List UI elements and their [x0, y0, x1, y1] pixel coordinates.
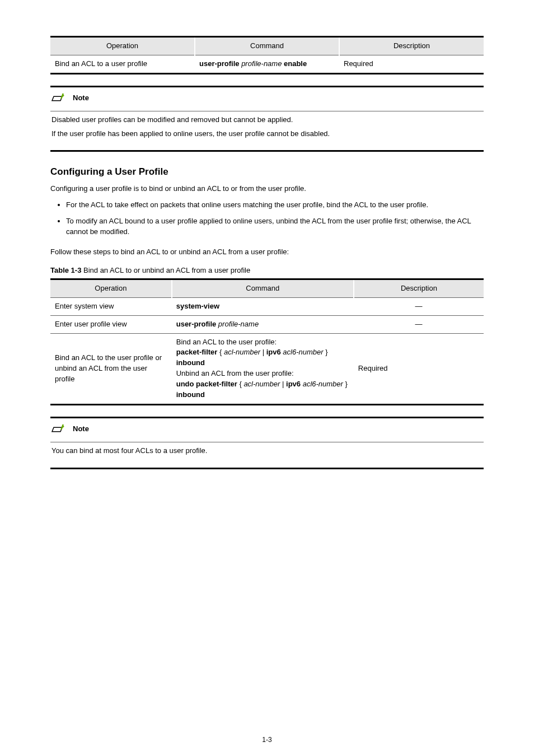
cell-command: Bind an ACL to the user profile:packet-f… — [172, 333, 354, 404]
cell-description: Required — [339, 55, 484, 73]
cell-command: user-profile profile-name enable — [195, 55, 339, 73]
note-label: Note — [73, 424, 89, 435]
cell-operation: Bind an ACL to the user profile or unbin… — [50, 333, 172, 404]
col-command: Command — [195, 37, 339, 55]
note-label: Note — [73, 93, 89, 104]
list-item: For the ACL to take effect on packets th… — [66, 200, 484, 211]
note-block: Note You can bind at most four ACLs to a… — [50, 417, 484, 469]
section-title: Configuring a User Profile — [50, 165, 484, 179]
note-header: Note — [50, 423, 484, 436]
table-bind-unbind-acl: Operation Command Description Enter syst… — [50, 278, 484, 405]
cell-command: system-view — [172, 297, 354, 315]
divider — [50, 111, 484, 111]
note-body: Disabled user profiles can be modified a… — [50, 115, 484, 139]
note-icon — [50, 423, 67, 436]
col-description: Description — [339, 37, 484, 55]
table-row: Enter system view system-view — — [50, 297, 484, 315]
col-description: Description — [354, 279, 484, 298]
cell-description: — — [354, 297, 484, 315]
table-enable-user-profile: Operation Command Description Bind an AC… — [50, 36, 484, 74]
cell-operation: Bind an ACL to a user profile — [50, 55, 195, 73]
cell-command: user-profile profile-name — [172, 315, 354, 333]
col-operation: Operation — [50, 279, 172, 298]
note-body: You can bind at most four ACLs to a user… — [50, 446, 484, 456]
note-line: Disabled user profiles can be modified a… — [51, 115, 484, 125]
col-operation: Operation — [50, 37, 195, 55]
note-block: Note Disabled user profiles can be modif… — [50, 86, 484, 152]
page-number: 1-3 — [0, 735, 534, 745]
table-header-row: Operation Command Description — [50, 37, 484, 55]
document-page: Operation Command Description Bind an AC… — [0, 0, 534, 756]
divider — [50, 442, 484, 442]
list-item: To modify an ACL bound to a user profile… — [66, 216, 484, 237]
table-caption: Table 1-3 Bind an ACL to or unbind an AC… — [50, 265, 484, 276]
note-header: Note — [50, 92, 484, 105]
table-row: Enter user profile view user-profile pro… — [50, 315, 484, 333]
table-row: Bind an ACL to a user profile user-profi… — [50, 55, 484, 73]
table-row: Bind an ACL to the user profile or unbin… — [50, 333, 484, 404]
note-line: You can bind at most four ACLs to a user… — [51, 446, 484, 456]
cell-description: — — [354, 315, 484, 333]
cell-operation: Enter user profile view — [50, 315, 172, 333]
note-icon — [50, 92, 67, 105]
cell-description: Required — [354, 333, 484, 404]
table-header-row: Operation Command Description — [50, 279, 484, 298]
cell-operation: Enter system view — [50, 297, 172, 315]
section-intro: Configuring a user profile is to bind or… — [50, 184, 484, 194]
note-line: If the user profile has been applied to … — [51, 129, 484, 139]
section-bullets: For the ACL to take effect on packets th… — [66, 200, 484, 237]
col-command: Command — [172, 279, 354, 298]
section-para: Follow these steps to bind an ACL to or … — [50, 247, 484, 258]
